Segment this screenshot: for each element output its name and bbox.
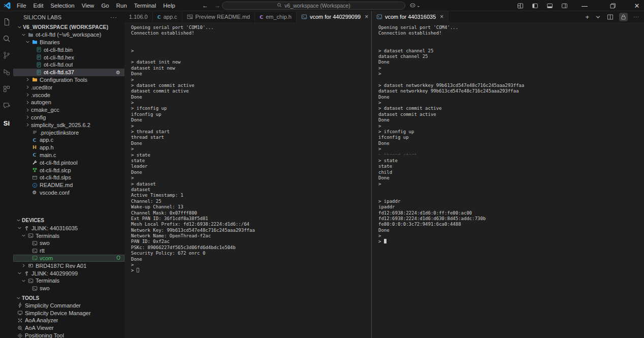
activity-bar: Si — [0, 11, 13, 338]
tree-item-ot-cli-ftd-slps[interactable]: ot-cli-ftd.slps — [13, 174, 124, 181]
forward-icon[interactable]: → — [214, 2, 220, 9]
editor-lock-icon[interactable] — [619, 13, 628, 21]
device-item-swo[interactable]: swo — [13, 239, 124, 247]
tree-item-config[interactable]: config — [13, 114, 124, 121]
restore-button[interactable] — [607, 0, 618, 11]
device-item-terminals[interactable]: Terminals — [13, 277, 124, 285]
activity-item-search[interactable] — [0, 31, 13, 48]
menu-view[interactable]: View — [78, 3, 98, 9]
more-actions-icon[interactable]: ··· — [110, 14, 117, 20]
tab-em-chip-h[interactable]: Cem_chip.h — [255, 11, 297, 22]
tool-item-aoa-viewer[interactable]: AoA Viewer — [13, 324, 124, 332]
tab-app-c[interactable]: Capp.c — [153, 11, 182, 22]
open-indicator-badge[interactable]: O — [116, 255, 120, 261]
tree-item-vscode[interactable]: .vscode — [13, 91, 124, 99]
tool-item-positioning-tool[interactable]: Positioning Tool — [13, 332, 124, 338]
menu-go[interactable]: Go — [98, 3, 112, 9]
editor-actions: +··· — [585, 11, 644, 22]
tree-item-uceditor[interactable]: .uceditor — [13, 83, 124, 91]
workspace-tree: V6_WORKSPACE (WORKSPACE)ot-cli-ftd (~\v6… — [13, 23, 124, 196]
tree-item-configuration-tools[interactable]: Configuration Tools — [13, 76, 124, 84]
tab-preview-readme-md[interactable]: Preview README.md — [182, 11, 255, 22]
editor-dropdown-icon[interactable] — [595, 14, 601, 20]
terminal-vcom-440316035[interactable]: Opening serial port 'COM4'...Connection … — [372, 22, 644, 338]
tree-item-v6-workspace-workspace[interactable]: V6_WORKSPACE (WORKSPACE) — [13, 23, 124, 31]
menu-file[interactable]: File — [13, 3, 30, 9]
customize-layout-icon[interactable] — [514, 0, 526, 11]
usb-icon — [23, 225, 30, 231]
device-item-terminals[interactable]: Terminals — [13, 232, 124, 239]
tree-item-cmake-gcc[interactable]: cmake_gcc — [13, 106, 124, 114]
toggle-primary-sidebar-icon[interactable] — [529, 0, 540, 11]
device-item-vcom[interactable]: vcomO — [13, 255, 124, 262]
tree-item-app-h[interactable]: Happ.h — [13, 144, 124, 151]
terminal-vcom-440299099[interactable]: Opening serial port 'COM10'...Connection… — [124, 22, 371, 338]
tree-item-binaries[interactable]: Binaries — [13, 39, 124, 46]
tree-item-readme-md[interactable]: README.md — [13, 181, 124, 189]
magplus-icon — [16, 325, 23, 331]
new-editor-icon[interactable]: + — [585, 13, 589, 21]
menu-selection[interactable]: Selection — [47, 3, 78, 9]
menu-edit[interactable]: Edit — [30, 3, 47, 9]
command-center-search[interactable]: v6_workspace (Workspace) — [222, 2, 405, 10]
tree-item-main-c[interactable]: Cmain.c — [13, 151, 124, 159]
split-editor-icon[interactable] — [607, 14, 614, 20]
activity-item-silicon-labs[interactable]: Si — [0, 115, 13, 132]
activity-item-run-and-debug[interactable] — [0, 65, 13, 81]
device-item-jlink-440299099[interactable]: JLINK: 440299099 — [13, 269, 124, 277]
tree-item-projectlinkstore[interactable]: .projectlinkstore — [13, 129, 124, 136]
tool-item-aoa-analyzer[interactable]: AoA Analyzer — [13, 317, 124, 324]
activity-item-extensions[interactable] — [0, 81, 13, 98]
device-item-brd4187c-rev-a01[interactable]: BRD4187C Rev A01 — [13, 262, 124, 269]
close-icon[interactable]: × — [365, 13, 368, 20]
more-actions-icon[interactable]: ··· — [633, 14, 639, 19]
item-label: swo — [40, 240, 50, 246]
menu-run[interactable]: Run — [113, 3, 131, 9]
back-icon[interactable]: ← — [202, 2, 208, 9]
list-icon — [31, 130, 38, 136]
copilot-menu[interactable]: ⌄ — [409, 2, 421, 9]
terminal-line: dataset networkkey 99b613cd547e48c716c24… — [378, 88, 644, 94]
toggle-panel-icon[interactable] — [544, 0, 555, 11]
tree-item-ot-cli-ftd-s37[interactable]: ot-cli-ftd.s37⚙ — [13, 69, 124, 76]
activity-item-source-control[interactable] — [0, 48, 13, 65]
menu-terminal[interactable]: Terminal — [131, 3, 159, 9]
wrench-icon — [31, 160, 38, 166]
item-label: ot-cli-ftd.bin — [44, 47, 73, 53]
activity-item-explorer[interactable] — [0, 14, 13, 31]
chevron-right-icon — [24, 114, 31, 120]
tree-item-app-c[interactable]: Capp.c — [13, 136, 124, 144]
tab-vcom-for-440316035[interactable]: vcom for 440316035× — [372, 11, 448, 22]
device-item-jlink-440316035[interactable]: JLINK: 440316035 — [13, 224, 124, 232]
tree-item-simplicity-sdk-2025-6-2[interactable]: simplicity_sdk_2025.6.2 — [13, 121, 124, 129]
tool-item-simplicity-device-manager[interactable]: Simplicity Device Manager — [13, 309, 124, 317]
tree-item-ot-cli-ftd-slcp[interactable]: ot-cli-ftd.slcp — [13, 166, 124, 174]
item-label: ot-cli-ftd.hex — [44, 54, 74, 60]
tools-section-header[interactable]: TOOLS — [13, 294, 124, 302]
tab-vcom-for-440299099[interactable]: vcom for 440299099× — [297, 11, 373, 22]
devices-section-header[interactable]: DEVICES — [13, 217, 124, 224]
terminal-line — [378, 77, 644, 83]
tool-item-simplicity-commander[interactable]: Simplicity Commander — [13, 302, 124, 310]
tab-1-106-0[interactable]: 1.106.0 — [124, 11, 153, 22]
tree-item-ot-cli-ftd-hex[interactable]: ot-cli-ftd.hex — [13, 53, 124, 61]
tools-header-label: TOOLS — [22, 295, 39, 301]
toggle-secondary-sidebar-icon[interactable] — [559, 0, 570, 11]
letter-c-icon: C — [31, 152, 38, 158]
device-item-rtt[interactable]: rtt — [13, 247, 124, 255]
device-item-swo[interactable]: swo — [13, 285, 124, 292]
tree-item-ot-cli-ftd-pintool[interactable]: ot-cli-ftd.pintool — [13, 159, 124, 166]
minimize-button[interactable]: — — [579, 0, 590, 11]
tree-item-autogen[interactable]: autogen — [13, 99, 124, 106]
tree-item-ot-cli-ftd-bin[interactable]: ot-cli-ftd.bin — [13, 46, 124, 53]
close-icon[interactable]: × — [440, 13, 443, 20]
gear-badge[interactable]: ⚙ — [116, 70, 120, 75]
menu-help[interactable]: Help — [159, 3, 179, 9]
activity-item-chat[interactable] — [0, 98, 13, 115]
item-label: config — [31, 114, 46, 120]
chevron-down-icon — [15, 295, 22, 301]
tree-item-ot-cli-ftd-v6-workspace[interactable]: ot-cli-ftd (~\v6_workspace) — [13, 31, 124, 39]
close-window-button[interactable]: ✕ — [631, 0, 642, 11]
tree-item-vscode-conf[interactable]: ⚙vscode.conf — [13, 189, 124, 197]
tree-item-ot-cli-ftd-out[interactable]: ot-cli-ftd.out — [13, 61, 124, 69]
